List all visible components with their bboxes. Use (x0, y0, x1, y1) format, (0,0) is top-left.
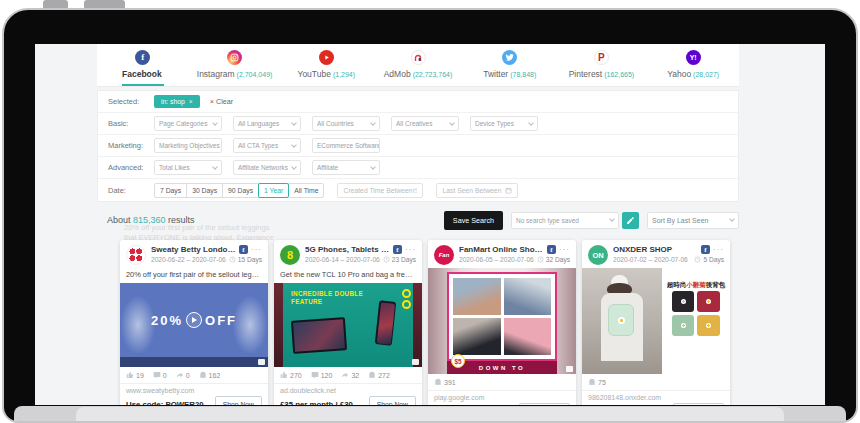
share-icon (176, 371, 184, 379)
shoes-collage (447, 272, 557, 361)
ad-card-ee[interactable]: 8 5G Phones, Tablets & SIMs | ... f ··· … (274, 240, 422, 405)
product-panel: 超時尚小雛菊後背包 (662, 268, 730, 374)
selected-label: Selected: (108, 97, 154, 106)
more-menu-icon[interactable]: ··· (405, 248, 416, 252)
last-seen-between-input[interactable]: Last Seen Between (436, 183, 518, 198)
cta-button[interactable]: Learn More (673, 403, 724, 405)
ad-card-onxder[interactable]: ON ONXDER SHOP f ··· 2020-07-02 – 2020-0… (582, 240, 730, 405)
ad-creative-image[interactable]: 超時尚小雛菊後背包 (582, 268, 730, 374)
ad-duration: 32 Days (546, 256, 570, 263)
countries-select[interactable]: All Countries (312, 116, 380, 131)
languages-select[interactable]: All Languages (233, 116, 301, 131)
marketing-objectives-select[interactable]: Marketing Objectives (154, 138, 222, 153)
engagement-stats: 270 120 32 272 (274, 367, 422, 383)
ee-logo (402, 289, 411, 298)
date-range-1-year-active[interactable]: 1 Year (258, 183, 289, 198)
basic-label: Basic: (108, 119, 154, 128)
youtube-icon (319, 50, 334, 65)
more-menu-icon[interactable]: ··· (713, 248, 724, 252)
cta-button[interactable]: Shop Now (369, 396, 416, 405)
clear-filters-link[interactable]: × Clear (210, 97, 233, 106)
creatives-select[interactable]: All Creatives (391, 116, 459, 131)
tab-pinterest[interactable]: P Pinterest(162,665) (556, 44, 648, 86)
tab-instagram[interactable]: Instagram(2,704,049) (189, 44, 281, 86)
engagement-stats: 19 0 0 162 (120, 367, 268, 383)
clock-icon (694, 256, 701, 263)
saved-search-select[interactable]: No search type saved (511, 212, 619, 229)
tab-label: Yahoo (667, 69, 691, 79)
ecommerce-softwares-select[interactable]: ECommerce Softwares (312, 138, 380, 153)
affiliate-networks-select[interactable]: Affiliate Networks (233, 160, 301, 175)
ghost-icon (199, 371, 207, 379)
chevron-down-icon (449, 120, 455, 126)
ad-creative-image[interactable]: 20%OFF (120, 283, 268, 367)
tab-yahoo[interactable]: Y! Yahoo(28,027) (647, 44, 739, 86)
screen: f Facebook Instagram(2,704,049) (35, 44, 825, 405)
landing-domain[interactable]: ad.doubleclick.net (274, 384, 422, 395)
marketing-label: Marketing: (108, 141, 154, 150)
tab-admob[interactable]: AdMob(22,723,764) (372, 44, 464, 86)
edit-saved-search-button[interactable] (622, 212, 639, 229)
play-icon[interactable] (186, 312, 202, 328)
more-menu-icon[interactable]: ··· (559, 248, 570, 252)
chevron-down-icon (370, 164, 376, 170)
total-likes-select[interactable]: Total Likes (154, 160, 222, 175)
tab-youtube[interactable]: YouTube(1,294) (280, 44, 372, 86)
save-search-button[interactable]: Save Search (444, 211, 503, 230)
calendar-icon (413, 187, 418, 194)
landing-domain[interactable]: 986208148.onxder.com (582, 391, 730, 402)
chevron-down-icon (291, 164, 297, 170)
advertiser-name[interactable]: 5G Phones, Tablets & SIMs | ... (305, 245, 390, 254)
advertiser-name[interactable]: ONXDER SHOP (613, 245, 698, 254)
ad-creative-image[interactable]: INCREDIBLE DOUBLE FEATURE (274, 283, 422, 367)
tab-facebook[interactable]: f Facebook (97, 44, 189, 86)
admob-icon (411, 50, 426, 65)
device-types-select[interactable]: Device Types (470, 116, 538, 131)
tab-twitter[interactable]: Twitter(78,848) (464, 44, 556, 86)
date-range-all-time[interactable]: All Time (288, 183, 324, 198)
ghost-icon (588, 378, 596, 386)
active-tab-underline (122, 84, 164, 86)
chevron-down-icon (528, 120, 534, 126)
advertiser-name[interactable]: FanMart Online Shopping - F... (459, 245, 544, 254)
ad-card-sweaty-betty[interactable]: Sweaty Betty London | Wom... f ··· 2020-… (120, 240, 268, 405)
landing-domain[interactable]: www.sweatybetty.com (120, 384, 268, 395)
cta-button[interactable]: Learn More (519, 403, 570, 405)
expand-icon[interactable] (258, 359, 265, 365)
date-range-7-days[interactable]: 7 Days (154, 183, 187, 198)
more-menu-icon[interactable]: ··· (251, 248, 262, 252)
date-range-30-days[interactable]: 30 Days (186, 183, 223, 198)
cta-button[interactable]: Shop Now (215, 396, 262, 405)
advertiser-name[interactable]: Sweaty Betty London | Wom... (151, 245, 236, 254)
expand-icon[interactable] (566, 366, 573, 372)
landing-domain[interactable]: play.google.com (428, 391, 576, 402)
facebook-icon: f (239, 245, 248, 254)
advertiser-avatar[interactable]: 8 (280, 245, 300, 265)
chip-remove-icon[interactable]: × (189, 98, 193, 105)
tab-label: AdMob (384, 69, 411, 79)
selected-filter-chip[interactable]: in: shop× (154, 95, 200, 108)
cta-types-select[interactable]: All CTA Types (233, 138, 301, 153)
advertiser-avatar[interactable] (126, 245, 146, 265)
ad-card-fanmart[interactable]: Fan FanMart Online Shopping - F... f ···… (428, 240, 576, 405)
advertiser-avatar[interactable]: Fan (434, 245, 454, 265)
chevron-down-icon (291, 120, 297, 126)
tab-label: Facebook (122, 69, 162, 79)
clock-icon (229, 256, 236, 263)
ad-creative-image[interactable]: $5 DOWN TO (428, 268, 576, 374)
affiliate-select[interactable]: Affiliate (312, 160, 380, 175)
page-categories-select[interactable]: Page Categories (154, 116, 222, 131)
device-frame: f Facebook Instagram(2,704,049) (2, 8, 858, 423)
expand-icon[interactable] (412, 359, 419, 365)
like-icon (280, 371, 288, 379)
video-progress-bar (120, 357, 268, 367)
select-value: All Creatives (396, 120, 432, 127)
created-time-between-input[interactable]: Created Time Between (337, 183, 423, 198)
date-range-90-days[interactable]: 90 Days (222, 183, 259, 198)
sort-select[interactable]: Sort By Last Seen (647, 212, 739, 229)
chevron-down-icon (212, 120, 218, 126)
ad-duration: 15 Days (238, 256, 262, 263)
clock-icon (383, 256, 390, 263)
facebook-icon: f (135, 50, 150, 65)
advertiser-avatar[interactable]: ON (588, 245, 608, 265)
